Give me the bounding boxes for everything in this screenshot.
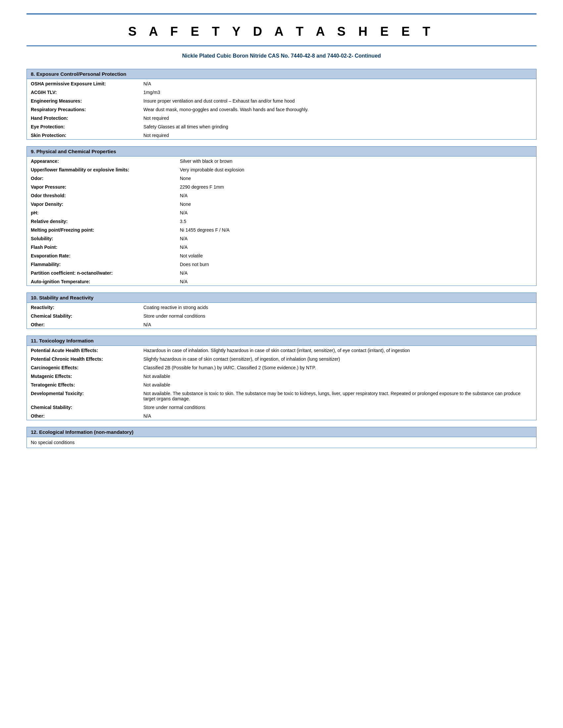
table-row: Vapor Pressure:2290 degrees F 1mm xyxy=(27,182,536,191)
row-value: Not available. The substance is toxic to… xyxy=(143,390,532,401)
subtitle: Nickle Plated Cubic Boron Nitride CAS No… xyxy=(26,53,537,59)
row-value: Does not burn xyxy=(180,261,532,267)
title-underline xyxy=(26,45,537,46)
row-value: Slightly hazardous in case of skin conta… xyxy=(143,356,532,362)
row-value: Wear dust mask, mono-goggles and coveral… xyxy=(143,106,532,112)
row-value: Store under normal conditions xyxy=(143,404,532,410)
table-row: Skin Protection:Not required xyxy=(27,131,536,139)
section-body-4: No special conditions xyxy=(26,437,537,448)
row-label: Chemical Stability: xyxy=(31,313,143,319)
row-label: Solubility: xyxy=(31,235,180,241)
table-row: Other:N/A xyxy=(27,320,536,329)
row-value: Not required xyxy=(143,132,532,138)
row-value: Hazardous in case of inhalation. Slightl… xyxy=(143,347,532,353)
row-label: Melting point/Freezing point: xyxy=(31,227,180,233)
section-header-1: 9. Physical and Chemical Properties xyxy=(26,146,537,157)
row-label: Appearance: xyxy=(31,158,180,164)
table-row: Chemical Stability:Store under normal co… xyxy=(27,403,536,411)
section-header-0: 8. Exposure Control/Personal Protection xyxy=(26,69,537,79)
row-label: Flash Point: xyxy=(31,244,180,250)
section-header-4: 12. Ecological Information (non-mandator… xyxy=(26,427,537,437)
row-label: Relative density: xyxy=(31,218,180,224)
row-value: N/A xyxy=(180,192,532,198)
row-label: Upper/lower flammability or explosive li… xyxy=(31,166,180,172)
table-row: Chemical Stability:Store under normal co… xyxy=(27,311,536,320)
row-label: Odor threshold: xyxy=(31,192,180,198)
table-row: Flash Point:N/A xyxy=(27,243,536,251)
table-row: Odor:None xyxy=(27,174,536,182)
row-label: OSHA permissive Exposure Limit: xyxy=(31,80,143,86)
row-value: N/A xyxy=(180,278,532,284)
row-label: ACGIH TLV: xyxy=(31,89,143,95)
table-row: Engineering Measures:Insure proper venti… xyxy=(27,96,536,105)
row-value: Classified 2B (Possible for human.) by I… xyxy=(143,364,532,370)
row-label: Teratogenic Effects: xyxy=(31,382,143,387)
row-value: Store under normal conditions xyxy=(143,313,532,319)
row-value: None xyxy=(180,201,532,207)
row-label: Vapor Density: xyxy=(31,201,180,207)
section-footer-note: No special conditions xyxy=(27,437,536,448)
row-label: Carcinogenic Effects: xyxy=(31,364,143,370)
row-label: Mutagenic Effects: xyxy=(31,373,143,379)
row-value: Safety Glasses at all times when grindin… xyxy=(143,123,532,129)
row-label: Eye Protection: xyxy=(31,123,143,129)
row-label: Other: xyxy=(31,413,143,419)
row-value: N/A xyxy=(180,270,532,276)
table-row: Developmental Toxicity:Not available. Th… xyxy=(27,389,536,403)
section-body-0: OSHA permissive Exposure Limit:N/AACGIH … xyxy=(26,79,537,140)
row-label: Reactivity: xyxy=(31,304,143,310)
table-row: Appearance:Silver with black or brown xyxy=(27,157,536,165)
page-title: S A F E T Y D A T A S H E E T xyxy=(26,24,537,39)
table-row: Mutagenic Effects: Not available xyxy=(27,372,536,380)
section-section-9: 9. Physical and Chemical PropertiesAppea… xyxy=(26,146,537,286)
table-row: ACGIH TLV:1mg/m3 xyxy=(27,88,536,96)
row-value: Very improbable dust explosion xyxy=(180,166,532,172)
row-label: Odor: xyxy=(31,175,180,181)
row-value: N/A xyxy=(143,80,532,86)
section-body-2: Reactivity:Coating reactive in strong ac… xyxy=(26,303,537,329)
table-row: Vapor Density:None xyxy=(27,200,536,208)
table-row: Teratogenic Effects: Not available xyxy=(27,380,536,389)
row-label: Evaporation Rate: xyxy=(31,252,180,258)
row-value: N/A xyxy=(180,244,532,250)
page-container: S A F E T Y D A T A S H E E T Nickle Pla… xyxy=(0,0,563,728)
table-row: Potential Acute Health Effects:Hazardous… xyxy=(27,346,536,354)
row-value: N/A xyxy=(143,321,532,327)
table-row: Evaporation Rate:Not volatile xyxy=(27,251,536,260)
row-label: Other: xyxy=(31,321,143,327)
table-row: Auto-ignition Temperature:N/A xyxy=(27,277,536,286)
row-label: Engineering Measures: xyxy=(31,98,143,104)
table-row: Potential Chronic Health Effects:Slightl… xyxy=(27,354,536,363)
row-value: Not required xyxy=(143,115,532,121)
row-value: Insure proper ventilation and dust contr… xyxy=(143,98,532,104)
row-label: pH: xyxy=(31,209,180,215)
row-value: N/A xyxy=(143,413,532,419)
row-value: Coating reactive in strong acids xyxy=(143,304,532,310)
table-row: Other:N/A xyxy=(27,411,536,420)
sections-container: 8. Exposure Control/Personal ProtectionO… xyxy=(26,69,537,448)
top-border xyxy=(26,13,537,15)
row-value: 1mg/m3 xyxy=(143,89,532,95)
section-section-12: 12. Ecological Information (non-mandator… xyxy=(26,427,537,448)
row-value: Ni 1455 degrees F / N/A xyxy=(180,227,532,233)
row-label: Auto-ignition Temperature: xyxy=(31,278,180,284)
table-row: Carcinogenic Effects:Classified 2B (Poss… xyxy=(27,363,536,372)
row-label: Partition coefficient: n-octanol/water: xyxy=(31,270,180,276)
row-label: Vapor Pressure: xyxy=(31,184,180,190)
section-section-11: 11. Toxicology InformationPotential Acut… xyxy=(26,336,537,420)
table-row: Melting point/Freezing point:Ni 1455 deg… xyxy=(27,225,536,234)
table-row: Relative density:3.5 xyxy=(27,217,536,225)
table-row: Odor threshold:N/A xyxy=(27,191,536,200)
section-body-1: Appearance:Silver with black or brownUpp… xyxy=(26,157,537,286)
table-row: OSHA permissive Exposure Limit:N/A xyxy=(27,79,536,88)
row-label: Skin Protection: xyxy=(31,132,143,138)
row-value: Not available xyxy=(143,373,532,379)
row-value: 3.5 xyxy=(180,218,532,224)
table-row: Eye Protection:Safety Glasses at all tim… xyxy=(27,122,536,131)
row-label: Chemical Stability: xyxy=(31,404,143,410)
row-value: Not volatile xyxy=(180,252,532,258)
row-value: Not available xyxy=(143,382,532,387)
row-value: Silver with black or brown xyxy=(180,158,532,164)
table-row: Hand Protection:Not required xyxy=(27,114,536,122)
table-row: Solubility:N/A xyxy=(27,234,536,243)
